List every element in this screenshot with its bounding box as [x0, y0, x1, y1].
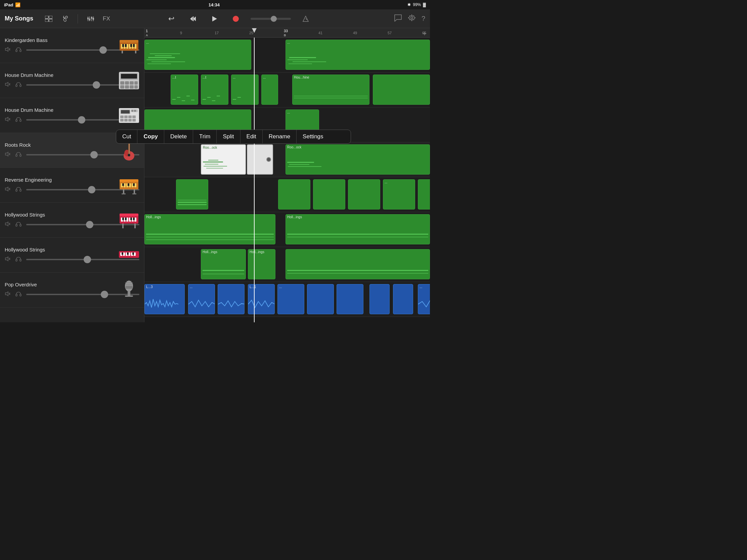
- context-menu-cut[interactable]: Cut: [116, 130, 137, 143]
- clip-7-3[interactable]: L...1: [248, 284, 275, 314]
- record-button[interactable]: [229, 12, 242, 26]
- clip-7-0[interactable]: L...3: [145, 284, 185, 314]
- clip-1-3[interactable]: ...: [261, 75, 278, 105]
- context-menu-delete[interactable]: Delete: [164, 130, 193, 143]
- context-menu-trim[interactable]: Trim: [193, 130, 217, 143]
- master-volume-thumb[interactable]: [271, 16, 277, 22]
- svg-rect-119: [122, 223, 124, 228]
- clip-4-5[interactable]: [418, 179, 430, 210]
- clip-4-0[interactable]: [176, 179, 208, 210]
- clip-resize-handle[interactable]: [266, 157, 271, 162]
- rewind-button[interactable]: [186, 12, 200, 26]
- clip-5-1[interactable]: Holl...ings: [285, 214, 430, 244]
- play-button[interactable]: [208, 12, 221, 26]
- mute-button-1[interactable]: [5, 82, 11, 88]
- mute-button-0[interactable]: [5, 47, 11, 53]
- mute-button-3[interactable]: [5, 152, 11, 158]
- clip-7-5[interactable]: [307, 284, 334, 314]
- clip-7-1[interactable]: ...: [188, 284, 215, 314]
- section-b-label: 33B: [284, 29, 288, 37]
- instrument-icon-4[interactable]: [117, 174, 141, 197]
- clip-7-6[interactable]: [337, 284, 363, 314]
- svg-rect-34: [125, 44, 127, 47]
- clip-7-8[interactable]: [393, 284, 413, 314]
- clip-0-1[interactable]: ...: [285, 39, 430, 70]
- headphone-button-2[interactable]: [16, 116, 22, 124]
- instrument-icon-1[interactable]: [117, 69, 141, 92]
- svg-point-20: [411, 17, 413, 19]
- help-button[interactable]: ?: [421, 15, 425, 23]
- clip-7-7[interactable]: [369, 284, 390, 314]
- playhead-indicator[interactable]: [252, 28, 257, 33]
- svg-point-63: [134, 110, 136, 112]
- track-lane-1: ...t ...t: [145, 73, 430, 107]
- clip-1-4[interactable]: Hou...hine: [292, 75, 369, 105]
- clip-3-selected[interactable]: Roo...ock: [201, 144, 246, 175]
- clip-6-0[interactable]: Holl...ings: [201, 249, 246, 279]
- volume-thumb-2[interactable]: [78, 116, 85, 124]
- instrument-icon-0[interactable]: [117, 34, 141, 57]
- add-track-button[interactable]: +: [420, 30, 429, 37]
- clip-4-4[interactable]: ...: [383, 179, 415, 210]
- clip-0-0[interactable]: ...: [145, 39, 251, 70]
- headphone-button-5[interactable]: [16, 221, 22, 228]
- clip-3-1[interactable]: Roo...ock: [285, 144, 430, 175]
- battery-icon: ▓: [423, 2, 426, 7]
- clip-4-3[interactable]: [348, 179, 380, 210]
- context-menu-copy[interactable]: Copy: [137, 130, 164, 143]
- instrument-icon-2[interactable]: [117, 104, 141, 127]
- instruments-button[interactable]: [59, 13, 71, 25]
- volume-thumb-5[interactable]: [86, 221, 93, 228]
- instrument-icon-7[interactable]: [117, 278, 141, 302]
- clip-4-2[interactable]: [313, 179, 345, 210]
- clip-4-1[interactable]: [278, 179, 310, 210]
- volume-thumb-4[interactable]: [88, 186, 95, 193]
- clip-7-4[interactable]: ...: [278, 284, 304, 314]
- context-menu-rename[interactable]: Rename: [263, 130, 297, 143]
- instrument-icon-5[interactable]: [117, 209, 141, 232]
- svg-rect-87: [20, 189, 21, 191]
- clip-5-0[interactable]: Holl...ings: [145, 214, 276, 244]
- headphone-button-7[interactable]: [16, 291, 22, 298]
- svg-point-17: [233, 16, 239, 22]
- svg-rect-123: [16, 259, 17, 261]
- clip-6-1[interactable]: Holl...ings: [248, 249, 276, 279]
- headphone-button-4[interactable]: [16, 186, 22, 193]
- mute-button-7[interactable]: [5, 291, 11, 298]
- headphone-button-3[interactable]: [16, 151, 22, 158]
- mute-button-6[interactable]: [5, 256, 11, 263]
- clip-7-2[interactable]: [218, 284, 244, 314]
- mute-button-2[interactable]: [5, 116, 11, 123]
- volume-thumb-3[interactable]: [91, 151, 98, 158]
- clip-3-small[interactable]: [247, 144, 273, 175]
- clip-1-2[interactable]: ...: [231, 75, 259, 105]
- context-menu-settings[interactable]: Settings: [297, 130, 329, 143]
- volume-thumb-7[interactable]: [101, 291, 108, 298]
- headphone-button-1[interactable]: [16, 81, 22, 89]
- clip-1-1[interactable]: ...t: [201, 75, 228, 105]
- track-view-button[interactable]: [43, 13, 55, 25]
- clip-6-2[interactable]: [285, 249, 430, 279]
- chat-button[interactable]: [394, 14, 402, 23]
- mute-button-4[interactable]: [5, 186, 11, 193]
- instrument-icon-6[interactable]: [117, 243, 141, 267]
- headphone-button-6[interactable]: [16, 256, 22, 263]
- context-menu-edit[interactable]: Edit: [240, 130, 263, 143]
- clip-label-7-3: L...1: [248, 284, 257, 289]
- metronome-button[interactable]: [299, 12, 312, 26]
- mixer-button[interactable]: [85, 13, 97, 25]
- context-menu-split[interactable]: Split: [217, 130, 240, 143]
- volume-thumb-6[interactable]: [84, 256, 91, 263]
- clip-1-5[interactable]: [373, 75, 430, 105]
- fx-button[interactable]: FX: [101, 14, 112, 24]
- undo-button[interactable]: ↩: [164, 12, 178, 26]
- clip-7-9[interactable]: ...: [418, 284, 430, 314]
- mute-button-5[interactable]: [5, 221, 11, 228]
- svg-rect-23: [16, 50, 17, 52]
- clip-1-0[interactable]: ...t: [171, 75, 198, 105]
- headphone-button-0[interactable]: [16, 46, 22, 54]
- track-row-4: Reverse Engineering: [0, 168, 144, 203]
- volume-thumb-1[interactable]: [93, 81, 100, 89]
- volume-thumb-0[interactable]: [99, 46, 107, 54]
- settings-button[interactable]: [408, 14, 415, 23]
